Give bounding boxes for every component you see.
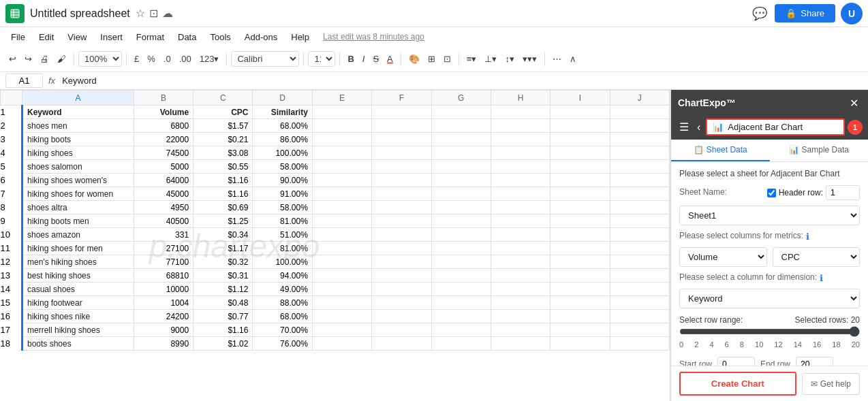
rotation-button[interactable]: ↕▾: [501, 51, 518, 67]
table-cell[interactable]: $1.12: [193, 283, 253, 296]
table-cell[interactable]: 58.00%: [253, 201, 312, 214]
table-cell[interactable]: 49.00%: [253, 283, 312, 296]
table-cell[interactable]: $3.08: [193, 146, 253, 160]
col-header-b[interactable]: B: [134, 91, 193, 106]
table-cell[interactable]: $0.32: [193, 255, 253, 269]
table-cell[interactable]: men's hiking shoes: [22, 255, 134, 269]
share-button[interactable]: 🔒 Share: [775, 4, 835, 22]
table-cell[interactable]: 100.00%: [253, 255, 312, 269]
table-cell-empty[interactable]: [312, 310, 371, 323]
table-cell-empty[interactable]: [491, 323, 550, 337]
table-cell[interactable]: $0.31: [193, 269, 253, 283]
dimension-info-icon[interactable]: ℹ: [820, 273, 823, 283]
table-cell-empty[interactable]: [491, 174, 550, 187]
table-cell[interactable]: 10000: [134, 283, 193, 296]
table-cell-empty[interactable]: [431, 160, 491, 174]
col-header-h[interactable]: H: [491, 91, 550, 106]
table-cell[interactable]: $0.55: [193, 160, 253, 174]
table-cell[interactable]: 81.00%: [253, 214, 312, 228]
menu-tools[interactable]: Tools: [204, 30, 236, 44]
table-cell[interactable]: shoes amazon: [22, 228, 134, 242]
comment-icon[interactable]: 💬: [750, 4, 769, 23]
table-cell-empty[interactable]: [372, 255, 431, 269]
table-cell[interactable]: casual shoes: [22, 283, 134, 296]
table-cell-empty[interactable]: [312, 269, 371, 283]
fill-color-button[interactable]: 🎨: [405, 51, 423, 67]
table-cell-empty[interactable]: [372, 337, 431, 351]
table-cell-empty[interactable]: [431, 146, 491, 160]
table-cell-empty[interactable]: [312, 146, 371, 160]
table-cell[interactable]: 51.00%: [253, 228, 312, 242]
table-cell-empty[interactable]: [372, 106, 431, 119]
more-button[interactable]: ▾▾▾: [519, 51, 540, 67]
table-cell-empty[interactable]: [551, 337, 610, 351]
header-row-checkbox[interactable]: [767, 189, 776, 197]
table-cell-empty[interactable]: [491, 133, 550, 146]
table-cell-empty[interactable]: [312, 228, 371, 242]
table-cell-empty[interactable]: [551, 160, 610, 174]
table-cell-empty[interactable]: [610, 106, 669, 119]
table-cell-empty[interactable]: [551, 214, 610, 228]
table-cell-empty[interactable]: [610, 160, 669, 174]
metric1-select[interactable]: Volume: [679, 247, 767, 267]
table-cell-empty[interactable]: [372, 323, 431, 337]
strikethrough-button[interactable]: S: [369, 51, 382, 67]
table-cell-empty[interactable]: [372, 119, 431, 133]
table-cell[interactable]: $0.77: [193, 310, 253, 323]
table-cell-empty[interactable]: [610, 214, 669, 228]
table-cell-empty[interactable]: [431, 201, 491, 214]
star-icon[interactable]: ☆: [136, 7, 145, 20]
table-cell-empty[interactable]: [312, 106, 371, 119]
table-cell-empty[interactable]: [551, 228, 610, 242]
start-row-input[interactable]: [717, 357, 755, 366]
valign-button[interactable]: ⊥▾: [481, 51, 500, 67]
table-cell-empty[interactable]: [610, 296, 669, 310]
dimension-select[interactable]: Keyword: [679, 289, 860, 308]
redo-button[interactable]: ↪: [21, 51, 35, 67]
table-cell[interactable]: 90.00%: [253, 174, 312, 187]
decimal-inc-button[interactable]: .00: [176, 51, 195, 67]
table-cell-empty[interactable]: [372, 214, 431, 228]
align-button[interactable]: ≡▾: [463, 51, 480, 67]
avatar[interactable]: U: [841, 3, 863, 25]
table-cell-empty[interactable]: [372, 146, 431, 160]
menu-view[interactable]: View: [62, 30, 92, 44]
table-cell[interactable]: 6800: [134, 119, 193, 133]
col-header-c[interactable]: C: [193, 91, 253, 106]
table-cell-empty[interactable]: [491, 228, 550, 242]
table-cell[interactable]: 8990: [134, 337, 193, 351]
col-header-i[interactable]: I: [551, 91, 610, 106]
table-cell[interactable]: $0.34: [193, 228, 253, 242]
table-cell-empty[interactable]: [551, 269, 610, 283]
table-cell-empty[interactable]: [551, 255, 610, 269]
col-header-f[interactable]: F: [372, 91, 431, 106]
table-cell-empty[interactable]: [312, 133, 371, 146]
menu-format[interactable]: Format: [131, 30, 170, 44]
table-cell-empty[interactable]: [431, 119, 491, 133]
table-cell[interactable]: 100.00%: [253, 146, 312, 160]
table-cell[interactable]: $0.48: [193, 296, 253, 310]
table-cell[interactable]: shoes salomon: [22, 160, 134, 174]
table-cell-empty[interactable]: [372, 228, 431, 242]
sheet-name-select[interactable]: Sheet1: [679, 206, 860, 225]
table-cell[interactable]: $1.02: [193, 337, 253, 351]
table-cell-empty[interactable]: [491, 106, 550, 119]
font-select[interactable]: Calibri: [231, 51, 299, 67]
table-cell[interactable]: 88.00%: [253, 296, 312, 310]
table-cell[interactable]: CPC: [193, 106, 253, 119]
table-cell-empty[interactable]: [551, 133, 610, 146]
paint-format-button[interactable]: 🖌: [54, 51, 69, 67]
table-cell-empty[interactable]: [610, 323, 669, 337]
table-cell-empty[interactable]: [312, 187, 371, 201]
col-header-d[interactable]: D: [253, 91, 312, 106]
table-cell[interactable]: 77100: [134, 255, 193, 269]
table-cell-empty[interactable]: [551, 119, 610, 133]
zoom-select[interactable]: 100%: [78, 51, 122, 67]
table-cell-empty[interactable]: [551, 201, 610, 214]
table-cell[interactable]: shoes men: [22, 119, 134, 133]
table-cell[interactable]: $0.21: [193, 133, 253, 146]
metrics-info-icon[interactable]: ℹ: [806, 231, 809, 242]
table-cell-empty[interactable]: [312, 214, 371, 228]
table-cell[interactable]: hiking footwear: [22, 296, 134, 310]
table-cell[interactable]: 45000: [134, 187, 193, 201]
